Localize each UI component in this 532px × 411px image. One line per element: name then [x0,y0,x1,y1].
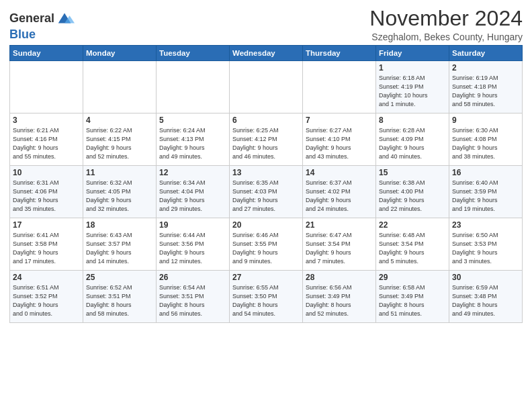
calendar-cell: 24Sunrise: 6:51 AMSunset: 3:52 PMDayligh… [10,271,83,323]
week-row-4: 17Sunrise: 6:41 AMSunset: 3:58 PMDayligh… [10,218,523,271]
calendar-cell: 16Sunrise: 6:40 AMSunset: 3:59 PMDayligh… [449,166,523,218]
logo-icon [56,9,75,28]
calendar-cell: 19Sunrise: 6:44 AMSunset: 3:56 PMDayligh… [157,218,230,271]
calendar-cell: 14Sunrise: 6:37 AMSunset: 4:02 PMDayligh… [303,166,376,218]
day-info: Sunrise: 6:38 AMSunset: 4:00 PMDaylight:… [379,179,446,214]
calendar-cell: 4Sunrise: 6:22 AMSunset: 4:15 PMDaylight… [83,113,157,166]
calendar-cell: 28Sunrise: 6:56 AMSunset: 3:49 PMDayligh… [303,271,376,323]
day-number: 15 [379,168,446,177]
day-number: 2 [452,63,519,73]
calendar-cell: 21Sunrise: 6:47 AMSunset: 3:54 PMDayligh… [303,218,376,271]
calendar-cell: 26Sunrise: 6:54 AMSunset: 3:51 PMDayligh… [157,271,230,323]
day-number: 21 [306,220,373,230]
weekday-header-row: SundayMondayTuesdayWednesdayThursdayFrid… [10,46,523,61]
day-number: 30 [452,273,519,282]
day-number: 3 [13,116,80,125]
weekday-header-tuesday: Tuesday [157,46,230,61]
day-info: Sunrise: 6:51 AMSunset: 3:52 PMDaylight:… [13,283,80,318]
day-number: 28 [306,273,373,282]
day-info: Sunrise: 6:31 AMSunset: 4:06 PMDaylight:… [13,179,80,214]
calendar-cell: 29Sunrise: 6:58 AMSunset: 3:49 PMDayligh… [376,271,449,323]
day-number: 29 [379,273,446,282]
day-number: 1 [379,63,446,73]
calendar-cell: 25Sunrise: 6:52 AMSunset: 3:51 PMDayligh… [83,271,157,323]
calendar-cell [157,61,230,113]
calendar-cell: 1Sunrise: 6:18 AMSunset: 4:19 PMDaylight… [376,61,449,113]
week-row-1: 1Sunrise: 6:18 AMSunset: 4:19 PMDaylight… [10,61,523,113]
day-info: Sunrise: 6:50 AMSunset: 3:53 PMDaylight:… [452,231,519,266]
day-number: 22 [379,220,446,230]
calendar-cell [10,61,83,113]
day-number: 7 [306,116,373,125]
day-info: Sunrise: 6:56 AMSunset: 3:49 PMDaylight:… [306,283,373,318]
calendar-cell: 17Sunrise: 6:41 AMSunset: 3:58 PMDayligh… [10,218,83,271]
day-number: 25 [86,273,153,282]
day-info: Sunrise: 6:54 AMSunset: 3:51 PMDaylight:… [159,283,226,318]
calendar-cell: 3Sunrise: 6:21 AMSunset: 4:16 PMDaylight… [10,113,83,166]
calendar-cell: 23Sunrise: 6:50 AMSunset: 3:53 PMDayligh… [449,218,523,271]
title-block: November 2024 Szeghalom, Bekes County, H… [369,7,523,42]
day-number: 6 [232,116,300,125]
logo: General Blue [9,9,75,42]
calendar-cell [230,61,303,113]
day-info: Sunrise: 6:35 AMSunset: 4:03 PMDaylight:… [232,179,300,214]
calendar-cell [83,61,157,113]
day-number: 17 [13,220,80,230]
day-number: 11 [86,168,153,177]
calendar-cell: 2Sunrise: 6:19 AMSunset: 4:18 PMDaylight… [449,61,523,113]
day-info: Sunrise: 6:37 AMSunset: 4:02 PMDaylight:… [306,179,373,214]
calendar-cell: 7Sunrise: 6:27 AMSunset: 4:10 PMDaylight… [303,113,376,166]
weekday-header-wednesday: Wednesday [230,46,303,61]
day-number: 16 [452,168,519,177]
day-number: 23 [452,220,519,230]
calendar-cell: 22Sunrise: 6:48 AMSunset: 3:54 PMDayligh… [376,218,449,271]
day-number: 18 [86,220,153,230]
day-number: 10 [13,168,80,177]
day-info: Sunrise: 6:32 AMSunset: 4:05 PMDaylight:… [86,179,153,214]
calendar-cell: 9Sunrise: 6:30 AMSunset: 4:08 PMDaylight… [449,113,523,166]
month-title: November 2024 [369,7,523,30]
day-number: 4 [86,116,153,125]
calendar-cell: 10Sunrise: 6:31 AMSunset: 4:06 PMDayligh… [10,166,83,218]
calendar-container: General Blue November 2024 Szeghalom, Be… [0,0,532,327]
weekday-header-thursday: Thursday [303,46,376,61]
day-info: Sunrise: 6:41 AMSunset: 3:58 PMDaylight:… [13,231,80,266]
day-info: Sunrise: 6:19 AMSunset: 4:18 PMDaylight:… [452,74,519,109]
weekday-header-sunday: Sunday [10,46,83,61]
day-info: Sunrise: 6:55 AMSunset: 3:50 PMDaylight:… [232,283,300,318]
day-info: Sunrise: 6:46 AMSunset: 3:55 PMDaylight:… [232,231,300,266]
calendar-cell: 20Sunrise: 6:46 AMSunset: 3:55 PMDayligh… [230,218,303,271]
calendar-cell: 30Sunrise: 6:59 AMSunset: 3:48 PMDayligh… [449,271,523,323]
day-info: Sunrise: 6:34 AMSunset: 4:04 PMDaylight:… [159,179,226,214]
calendar-cell [303,61,376,113]
day-info: Sunrise: 6:28 AMSunset: 4:09 PMDaylight:… [379,126,446,161]
calendar-cell: 27Sunrise: 6:55 AMSunset: 3:50 PMDayligh… [230,271,303,323]
day-number: 12 [159,168,226,177]
day-info: Sunrise: 6:59 AMSunset: 3:48 PMDaylight:… [452,283,519,318]
day-info: Sunrise: 6:40 AMSunset: 3:59 PMDaylight:… [452,179,519,214]
day-info: Sunrise: 6:18 AMSunset: 4:19 PMDaylight:… [379,74,446,109]
location: Szeghalom, Bekes County, Hungary [369,32,523,42]
week-row-2: 3Sunrise: 6:21 AMSunset: 4:16 PMDaylight… [10,113,523,166]
day-info: Sunrise: 6:30 AMSunset: 4:08 PMDaylight:… [452,126,519,161]
calendar-cell: 5Sunrise: 6:24 AMSunset: 4:13 PMDaylight… [157,113,230,166]
day-number: 27 [232,273,300,282]
day-info: Sunrise: 6:25 AMSunset: 4:12 PMDaylight:… [232,126,300,161]
day-number: 20 [232,220,300,230]
logo-text: General [9,12,54,26]
day-info: Sunrise: 6:22 AMSunset: 4:15 PMDaylight:… [86,126,153,161]
logo-blue: Blue [9,28,36,41]
day-number: 8 [379,116,446,125]
day-info: Sunrise: 6:58 AMSunset: 3:49 PMDaylight:… [379,283,446,318]
calendar-cell: 11Sunrise: 6:32 AMSunset: 4:05 PMDayligh… [83,166,157,218]
day-number: 5 [159,116,226,125]
day-number: 9 [452,116,519,125]
calendar-cell: 8Sunrise: 6:28 AMSunset: 4:09 PMDaylight… [376,113,449,166]
day-number: 24 [13,273,80,282]
weekday-header-monday: Monday [83,46,157,61]
day-number: 19 [159,220,226,230]
calendar-cell: 18Sunrise: 6:43 AMSunset: 3:57 PMDayligh… [83,218,157,271]
calendar-cell: 15Sunrise: 6:38 AMSunset: 4:00 PMDayligh… [376,166,449,218]
calendar-cell: 13Sunrise: 6:35 AMSunset: 4:03 PMDayligh… [230,166,303,218]
week-row-3: 10Sunrise: 6:31 AMSunset: 4:06 PMDayligh… [10,166,523,218]
